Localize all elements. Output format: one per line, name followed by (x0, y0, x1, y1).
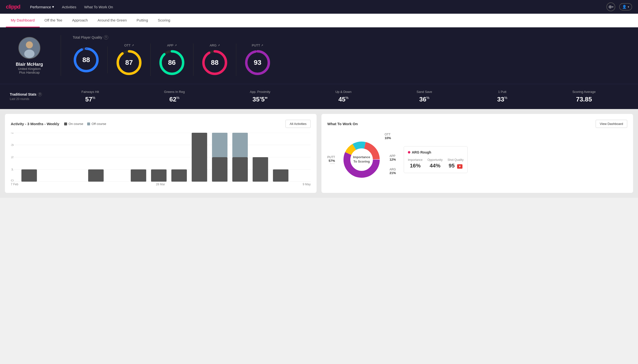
nav-activities[interactable]: Activities (62, 5, 76, 9)
tab-around-the-green[interactable]: Around the Green (93, 14, 132, 28)
legend-on-course: On course (64, 122, 83, 126)
tab-putting[interactable]: Putting (132, 14, 153, 28)
arrow-icon: ↗ (261, 44, 263, 47)
donut-section: PUTT 57% Imp (327, 133, 627, 186)
svg-text:To Scoring: To Scoring (353, 160, 370, 163)
nav-right: ⊕ ▾ 👤 ▾ (606, 2, 632, 11)
ring-total-value: 88 (82, 56, 90, 64)
donut-label-ott: OTT 10% (385, 133, 391, 140)
hero-section: Blair McHarg United Kingdom Plus Handica… (0, 28, 638, 84)
metric-importance: Importance 16% (408, 158, 422, 169)
chevron-down-icon: ▾ (52, 5, 54, 9)
player-info: Blair McHarg United Kingdom Plus Handica… (10, 37, 49, 74)
ring-arg: ARG ↗ 88 (193, 44, 236, 76)
metric-opportunity: Opportunity 44% (428, 158, 443, 169)
info-card-title: ARG Rough (408, 150, 464, 154)
help-icon[interactable]: ? (38, 92, 42, 96)
add-chevron: ▾ (612, 6, 613, 8)
traditional-stats: Traditional Stats ? Last 20 rounds Fairw… (0, 84, 638, 109)
stat-greens-in-reg: Greens In Reg 62% (164, 90, 185, 103)
stat-sand-save: Sand Save 36% (416, 90, 432, 103)
ring-arg-value: 88 (211, 59, 218, 66)
ring-ott-container: 87 (116, 49, 142, 76)
quality-section: Total Player Quality ? 88 (73, 35, 628, 76)
svg-rect-24 (21, 170, 37, 182)
svg-text:1: 1 (11, 168, 14, 171)
work-on-panel: What To Work On View Dashboard PUTT 57% (321, 114, 633, 193)
work-on-panel-title: What To Work On (327, 122, 358, 126)
svg-rect-31 (212, 133, 228, 157)
tab-my-dashboard[interactable]: My Dashboard (6, 14, 40, 28)
svg-point-2 (24, 50, 35, 58)
ring-arg-container: 88 (201, 49, 228, 76)
user-menu-button[interactable]: 👤 ▾ (619, 3, 632, 10)
chart-area: 4 3 2 1 0 (11, 133, 311, 182)
connector-line (330, 164, 335, 164)
ring-ott-label: OTT ↗ (124, 44, 134, 47)
svg-rect-30 (212, 157, 228, 182)
donut-label-app: APP 12% (389, 154, 396, 161)
svg-rect-35 (273, 170, 288, 182)
stat-items: Fairways Hit 57% Greens In Reg 62% App. … (49, 90, 628, 103)
svg-rect-25 (88, 170, 104, 182)
avatar (18, 37, 40, 59)
ring-putt-container: 93 (244, 49, 271, 76)
chart-x-labels: 7 Feb 28 Mar 9 May (11, 182, 311, 187)
ring-putt-label: PUTT ↗ (252, 44, 263, 47)
bottom-panels: Activity - 3 Months - Weekly On course O… (0, 109, 638, 198)
add-button[interactable]: ⊕ ▾ (606, 2, 615, 11)
svg-rect-29 (192, 133, 207, 182)
arrow-icon: ↗ (174, 44, 177, 47)
activity-panel-title: Activity - 3 Months - Weekly (11, 122, 59, 126)
tab-approach[interactable]: Approach (67, 14, 93, 28)
tab-scoring[interactable]: Scoring (153, 14, 175, 28)
stat-1-putt: 1 Putt 33% (497, 90, 507, 103)
on-course-dot (64, 122, 67, 126)
top-nav: clippd Performance ▾ Activities What To … (0, 0, 638, 14)
tab-off-the-tee[interactable]: Off the Tee (40, 14, 67, 28)
ring-total-container: 88 (73, 46, 100, 73)
help-icon[interactable]: ? (104, 35, 108, 40)
ring-app-value: 86 (168, 59, 175, 66)
svg-text:2: 2 (11, 156, 14, 159)
info-card-metrics: Importance 16% Opportunity 44% Shot Qual… (408, 158, 464, 169)
plus-icon: ⊕ (608, 4, 612, 10)
legend-off-course: Off course (87, 122, 106, 126)
svg-rect-28 (171, 170, 187, 182)
ring-app: APP ↗ 86 (151, 44, 193, 76)
all-activities-button[interactable]: All Activities (285, 120, 311, 128)
donut-label-putt: PUTT 57% (327, 156, 335, 164)
stat-scoring-average: Scoring Average 73.85 (572, 90, 596, 103)
info-card-dot (408, 151, 410, 154)
svg-point-1 (26, 41, 33, 48)
divider-vertical (61, 35, 61, 76)
user-chevron: ▾ (628, 6, 629, 8)
svg-text:Importance: Importance (353, 155, 370, 159)
svg-rect-33 (232, 133, 248, 157)
stat-up-and-down: Up & Down 45% (335, 90, 352, 103)
view-dashboard-button[interactable]: View Dashboard (596, 120, 627, 128)
player-country: United Kingdom (18, 67, 41, 71)
off-course-dot (87, 122, 90, 126)
activity-chart-svg: 4 3 2 1 0 (11, 133, 311, 182)
ring-app-label: APP ↗ (167, 44, 176, 47)
trad-stats-label: Traditional Stats ? Last 20 rounds (10, 92, 49, 101)
player-name: Blair McHarg (16, 62, 43, 67)
arrow-icon: ↗ (218, 44, 220, 47)
donut-svg-container: Importance To Scoring (342, 135, 381, 185)
nav-performance[interactable]: Performance ▾ (30, 5, 54, 9)
nav-what-to-work-on[interactable]: What To Work On (84, 5, 113, 9)
user-icon: 👤 (622, 5, 627, 9)
svg-rect-27 (151, 170, 166, 182)
arg-rough-card: ARG Rough Importance 16% Opportunity 44%… (404, 146, 468, 173)
donut-chart-svg: Importance To Scoring (342, 135, 381, 184)
ring-ott-value: 87 (125, 59, 133, 66)
donut-wrapper: PUTT 57% Imp (327, 133, 396, 186)
ring-arg-label: ARG ↗ (209, 44, 220, 47)
arrow-icon: ↗ (132, 44, 134, 47)
ring-total: 88 (73, 46, 108, 73)
chart-legend: On course Off course (64, 122, 106, 126)
metric-shot-quality: Shot Quality 95 ▼ (448, 158, 464, 169)
svg-rect-34 (253, 157, 268, 182)
brand-logo[interactable]: clippd (6, 4, 20, 10)
